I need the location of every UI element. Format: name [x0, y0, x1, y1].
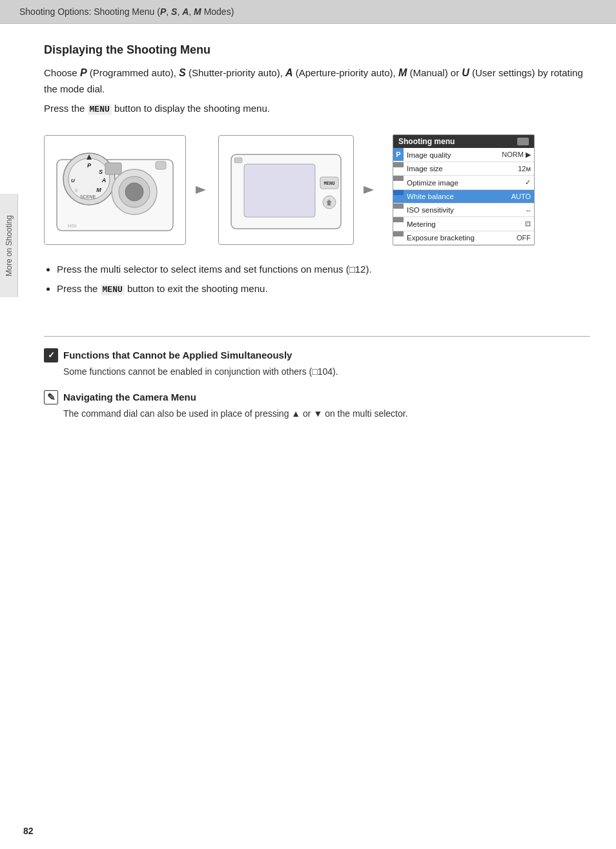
row-value-image-size: 12м — [509, 162, 534, 175]
bullet-1: Press the multi selector to select items… — [57, 261, 590, 278]
camera-menu-svg: MENU 🗑 — [225, 142, 347, 238]
menu-row-exposure: Exposure bracketing OFF — [393, 231, 534, 245]
note-functions-label: Functions that Cannot be Applied Simulta… — [63, 350, 292, 361]
pencil-icon: ✎ — [44, 390, 58, 404]
svg-rect-24 — [234, 158, 242, 163]
menu-row-white-balance: White balance AUTO — [393, 190, 534, 204]
mode-u: U — [462, 67, 469, 78]
menu-button-bullet: MENU — [101, 284, 125, 295]
check-icon: ✓ — [44, 348, 58, 362]
row-indicator-4 — [393, 190, 404, 195]
note-navigating-title: ✎ Navigating the Camera Menu — [44, 390, 590, 404]
row-name-metering: Metering — [404, 218, 509, 231]
menu-row-optimize: Optimize image ✓ — [393, 176, 534, 190]
note-functions-title: ✓ Functions that Cannot be Applied Simul… — [44, 348, 590, 362]
svg-marker-25 — [364, 186, 374, 194]
row-name-white-balance: White balance — [404, 190, 508, 203]
svg-rect-14 — [105, 163, 121, 174]
arrow-2 — [354, 178, 386, 202]
arrow-1 — [186, 178, 218, 202]
bottom-notes: ✓ Functions that Cannot be Applied Simul… — [44, 336, 590, 421]
images-row: P S A M SCENE ☆ U HSI — [44, 134, 590, 246]
menu-header-icon — [517, 138, 529, 145]
svg-text:🗑: 🗑 — [326, 199, 333, 206]
svg-text:SCENE: SCENE — [80, 194, 96, 199]
svg-text:MENU: MENU — [324, 181, 335, 186]
row-value-image-quality: NORM ▶ — [498, 148, 534, 162]
row-indicator-7 — [393, 231, 404, 236]
row-value-exposure: OFF — [509, 231, 534, 244]
page-number: 82 — [23, 826, 34, 836]
svg-marker-17 — [196, 186, 206, 194]
camera-dial-image: P S A M SCENE ☆ U HSI — [44, 135, 186, 245]
note-functions: ✓ Functions that Cannot be Applied Simul… — [44, 348, 590, 379]
row-indicator-3 — [393, 176, 404, 181]
mode-p: P — [80, 67, 87, 78]
row-indicator-p: P — [393, 148, 404, 161]
svg-point-13 — [125, 183, 143, 201]
row-value-metering: ⊡ — [509, 217, 534, 231]
note-navigating-body: The command dial can also be used in pla… — [63, 407, 590, 421]
row-name-image-size: Image size — [404, 162, 509, 175]
bullet-list: Press the multi selector to select items… — [57, 261, 590, 297]
intro-para-1: Choose P (Programmed auto), S (Shutter-p… — [44, 65, 590, 97]
intro-para-2: Press the MENU button to display the sho… — [44, 101, 590, 117]
menu-header: Shooting menu — [393, 135, 534, 148]
note-navigating-label: Navigating the Camera Menu — [63, 392, 196, 403]
row-value-iso: -- — [509, 204, 534, 216]
mode-s: S — [179, 67, 186, 78]
svg-text:S: S — [99, 169, 103, 175]
menu-row-image-size: Image size 12м — [393, 162, 534, 176]
row-value-optimize: ✓ — [509, 176, 534, 189]
page-header: Shooting Options: Shooting Menu (P, S, A… — [0, 0, 616, 24]
row-indicator-2 — [393, 162, 404, 167]
svg-text:U: U — [71, 178, 75, 183]
row-name-image-quality: Image quality — [404, 149, 498, 162]
sidebar-label-text: More on Shooting — [5, 215, 14, 277]
camera-menu-image: MENU 🗑 — [218, 135, 354, 245]
menu-row-iso: ISO sensitivity -- — [393, 204, 534, 217]
sidebar: More on Shooting — [0, 194, 18, 297]
svg-text:A: A — [101, 177, 107, 183]
row-name-optimize: Optimize image — [404, 176, 509, 189]
svg-text:M: M — [96, 187, 101, 193]
svg-rect-19 — [244, 164, 315, 217]
mode-a: A — [285, 67, 293, 78]
menu-row-metering: Metering ⊡ — [393, 217, 534, 231]
shooting-menu-panel: Shooting menu P Image quality NORM ▶ Ima… — [393, 134, 535, 246]
svg-text:☆: ☆ — [74, 188, 78, 193]
menu-row-image-quality: P Image quality NORM ▶ — [393, 148, 534, 162]
camera-dial-svg: P S A M SCENE ☆ U HSI — [50, 140, 180, 240]
row-name-exposure: Exposure bracketing — [404, 231, 509, 244]
row-value-white-balance: AUTO — [508, 190, 534, 203]
header-text: Shooting Options: Shooting Menu (P, S, A… — [19, 6, 234, 17]
svg-text:HSI: HSI — [68, 223, 76, 229]
menu-title: Shooting menu — [398, 137, 455, 146]
note-functions-body: Some functions cannot be enabled in conj… — [63, 365, 590, 379]
section-title: Displaying the Shooting Menu — [44, 43, 590, 57]
row-indicator-5 — [393, 204, 404, 209]
svg-rect-15 — [156, 162, 166, 169]
row-name-iso: ISO sensitivity — [404, 204, 509, 216]
svg-text:P: P — [87, 162, 92, 169]
row-indicator-6 — [393, 217, 404, 222]
menu-button-label: MENU — [88, 104, 112, 115]
mode-m: M — [398, 67, 407, 78]
main-content: Displaying the Shooting Menu Choose P (P… — [18, 24, 616, 458]
bullet-2: Press the MENU button to exit the shooti… — [57, 280, 590, 297]
note-navigating: ✎ Navigating the Camera Menu The command… — [44, 390, 590, 421]
